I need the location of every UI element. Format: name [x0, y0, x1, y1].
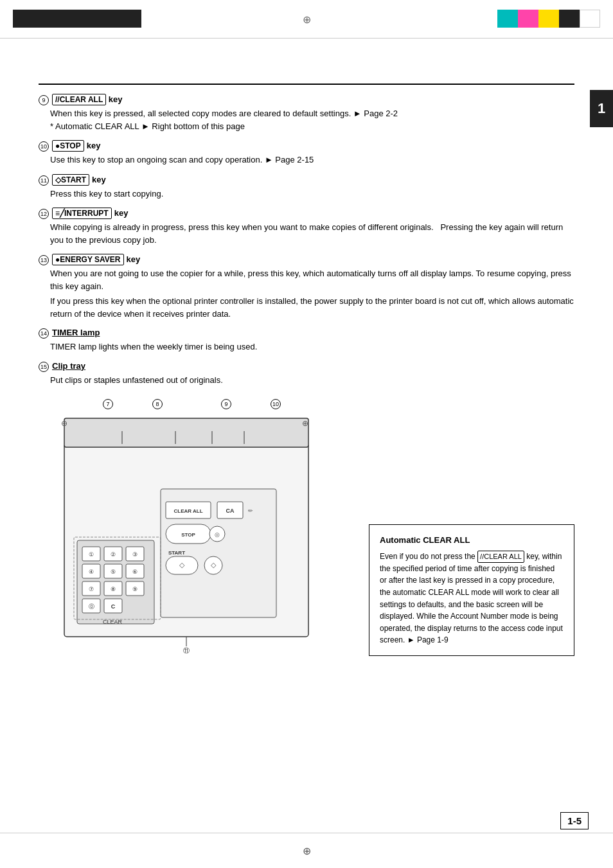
- item-13: 13 ●ENERGY SAVER key When you are not go…: [39, 254, 574, 320]
- color-block-yellow: [538, 10, 559, 28]
- color-block-white: [580, 10, 600, 28]
- item-15-num: 15: [39, 362, 49, 372]
- item-14-title: 14 TIMER lamp: [39, 328, 574, 339]
- item-15-label: Clip tray: [52, 361, 85, 371]
- stop-key: ●STOP: [52, 140, 84, 152]
- item-15-body: Put clips or staples unfastened out of o…: [50, 374, 574, 387]
- color-block-black: [559, 10, 580, 28]
- color-block-magenta: [518, 10, 538, 28]
- top-bar-color-blocks: [497, 10, 600, 28]
- item-11-title: 11 ◇START key: [39, 174, 574, 186]
- svg-text:⊕: ⊕: [302, 419, 308, 428]
- item-9-sub: Automatic CLEAR ALL ► Right bottom of th…: [50, 120, 574, 133]
- item-10-body: Use this key to stop an ongoing scan and…: [50, 154, 574, 166]
- clear-all-inline-key: //CLEAR ALL: [477, 551, 524, 563]
- svg-text:⑥: ⑥: [132, 569, 138, 575]
- item-9-title: 9 //CLEAR ALL key: [39, 94, 574, 105]
- item-9-key-label: key: [109, 94, 123, 104]
- svg-text:CLEAR ALL: CLEAR ALL: [173, 508, 202, 514]
- diagram-area: 7 8 9 10: [39, 399, 574, 669]
- svg-text:⑪: ⑪: [183, 647, 190, 654]
- diagram-label-8: 8: [152, 399, 163, 409]
- energy-saver-key: ●ENERGY SAVER: [52, 254, 124, 265]
- chapter-tab: 1: [590, 90, 613, 127]
- page-number: 1-5: [560, 812, 589, 829]
- item-14-label: TIMER lamp: [52, 328, 100, 337]
- item-9-body: When this key is pressed, all selected c…: [50, 107, 574, 120]
- item-14-body: TIMER lamp lights when the weekly timer …: [50, 341, 574, 353]
- svg-rect-1: [64, 418, 308, 447]
- svg-text:◇: ◇: [211, 561, 217, 569]
- diagram-label-7: 7: [103, 399, 114, 409]
- item-10-title: 10 ●STOP key: [39, 140, 574, 152]
- bottom-bar: ⊕: [0, 833, 613, 868]
- item-15: 15 Clip tray Put clips or staples unfast…: [39, 361, 574, 387]
- item-9: 9 //CLEAR ALL key When this key is press…: [39, 94, 574, 132]
- svg-text:CA: CA: [226, 508, 235, 514]
- item-13-title: 13 ●ENERGY SAVER key: [39, 254, 574, 265]
- section-divider: [39, 84, 574, 85]
- item-12-body: While copying is already in progress, pr…: [50, 221, 574, 246]
- item-13-key-label: key: [127, 254, 141, 264]
- svg-text:①: ①: [89, 551, 94, 558]
- item-12-key-label: key: [114, 208, 129, 218]
- item-10-key-label: key: [87, 141, 101, 150]
- color-block-cyan: [497, 10, 518, 28]
- item-11-body: Press this key to start copying.: [50, 188, 574, 200]
- svg-text:◎: ◎: [215, 531, 220, 538]
- item-13-body-2: If you press this key when the optional …: [50, 295, 574, 320]
- bottom-crosshair: ⊕: [303, 845, 311, 857]
- item-11-key-label: key: [92, 175, 106, 184]
- svg-text:✏: ✏: [248, 508, 253, 514]
- svg-text:⑧: ⑧: [111, 586, 116, 592]
- auto-clear-title: Automatic CLEAR ALL: [380, 534, 564, 547]
- svg-text:START: START: [168, 550, 185, 556]
- clear-all-key: //CLEAR ALL: [52, 94, 106, 105]
- item-13-body-1: When you are not going to use the copier…: [50, 267, 574, 292]
- diagram-label-9: 9: [221, 399, 232, 409]
- svg-text:STOP: STOP: [181, 532, 195, 538]
- item-10-num: 10: [39, 141, 49, 152]
- start-key: ◇START: [52, 174, 89, 186]
- copier-diagram: ① ② ③ ④ ⑤ ⑥ ⑦ ⑧ ⑨ ⓪ C CLEAR CLEAR ALL CA: [58, 412, 321, 656]
- svg-text:②: ②: [111, 551, 116, 558]
- item-12-num: 12: [39, 209, 49, 219]
- svg-text:⑦: ⑦: [89, 586, 94, 592]
- item-15-title: 15 Clip tray: [39, 361, 574, 372]
- auto-clear-box: Automatic CLEAR ALL Even if you do not p…: [369, 524, 574, 656]
- svg-text:◇: ◇: [179, 561, 185, 569]
- item-9-num: 9: [39, 95, 49, 105]
- item-12: 12 ≡╱INTERRUPT key While copying is alre…: [39, 208, 574, 246]
- auto-clear-body: Even if you do not press the //CLEAR ALL…: [380, 551, 564, 646]
- chapter-tab-label: 1: [598, 100, 605, 116]
- item-11-num: 11: [39, 175, 49, 186]
- top-bar: ⊕: [0, 0, 613, 39]
- item-11: 11 ◇START key Press this key to start co…: [39, 174, 574, 200]
- main-content: 9 //CLEAR ALL key When this key is press…: [39, 84, 574, 669]
- svg-text:⑨: ⑨: [132, 586, 138, 592]
- item-12-title: 12 ≡╱INTERRUPT key: [39, 208, 574, 219]
- diagram-top-labels: 7 8 9 10: [103, 399, 281, 409]
- item-9-icon-box: //CLEAR ALL key: [52, 94, 123, 105]
- svg-text:⓪: ⓪: [89, 603, 94, 610]
- interrupt-key: ≡╱INTERRUPT: [52, 208, 112, 219]
- item-14-num: 14: [39, 328, 49, 339]
- svg-text:C: C: [111, 603, 116, 610]
- diagram-label-10: 10: [271, 399, 281, 409]
- svg-text:④: ④: [89, 569, 94, 575]
- top-crosshair: ⊕: [303, 13, 311, 25]
- item-10: 10 ●STOP key Use this key to stop an ong…: [39, 140, 574, 166]
- item-14: 14 TIMER lamp TIMER lamp lights when the…: [39, 328, 574, 353]
- page: ⊕ 1 9 //CLEAR ALL key When this key is p…: [0, 0, 613, 868]
- svg-text:⑤: ⑤: [111, 569, 116, 575]
- svg-text:③: ③: [132, 551, 138, 558]
- svg-text:⊕: ⊕: [61, 419, 67, 428]
- item-13-num: 13: [39, 255, 49, 265]
- top-bar-black-blocks: [13, 10, 141, 28]
